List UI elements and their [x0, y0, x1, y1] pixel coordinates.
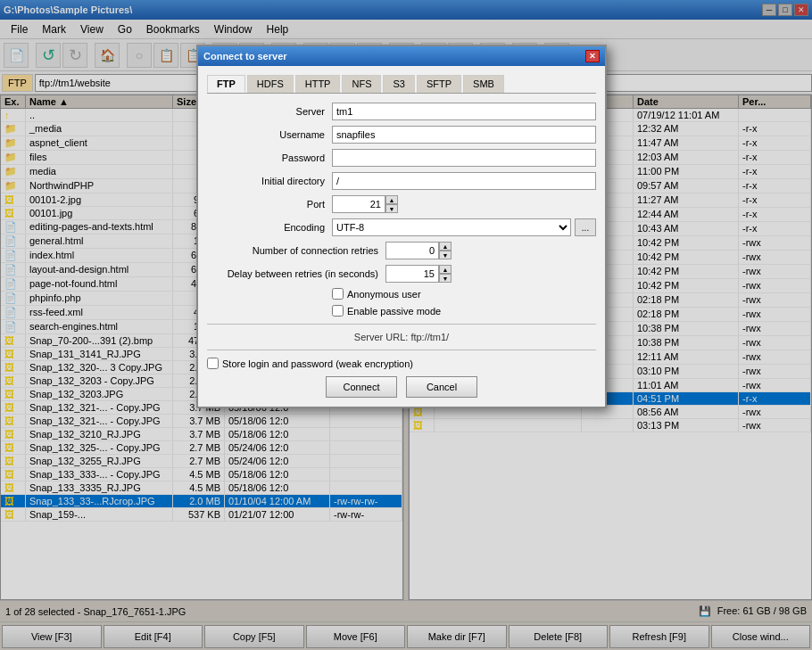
delay-input[interactable] [385, 265, 439, 283]
delay-spin-btns: ▲ ▼ [439, 265, 452, 283]
encoding-extra-btn[interactable]: ... [575, 218, 596, 236]
encoding-label: Encoding [207, 222, 332, 233]
dialog-tab-bar: FTPHDFSHTTPNFSS3SFTPSMB [207, 75, 596, 94]
delay-down-btn[interactable]: ▼ [439, 274, 452, 283]
server-input[interactable] [332, 103, 596, 120]
dialog-tab-smb[interactable]: SMB [463, 75, 504, 93]
retries-spinner: ▲ ▼ [385, 242, 452, 259]
dialog-tab-ftp[interactable]: FTP [207, 75, 245, 93]
anon-row: Anonymous user [332, 288, 596, 300]
retries-row: Number of connection retries ▲ ▼ [207, 242, 596, 259]
connect-button[interactable]: Connect [326, 376, 397, 398]
dialog-buttons: Connect Cancel [207, 376, 596, 398]
delay-up-btn[interactable]: ▲ [439, 265, 452, 274]
server-url: Server URL: ftp://tm1/ [207, 332, 596, 342]
initial-dir-row: Initial directory [207, 172, 596, 190]
password-row: Password [207, 149, 596, 167]
delay-row: Delay between retries (in seconds) ▲ ▼ [207, 265, 596, 283]
dialog-tab-http[interactable]: HTTP [295, 75, 341, 93]
delay-spinner: ▲ ▼ [385, 265, 452, 283]
initial-dir-input[interactable] [332, 172, 596, 190]
retries-input[interactable] [385, 242, 439, 259]
dialog-overlay: Connect to server ✕ FTPHDFSHTTPNFSS3SFTP… [0, 0, 812, 650]
port-up-btn[interactable]: ▲ [385, 195, 398, 204]
username-row: Username [207, 126, 596, 144]
connect-dialog: Connect to server ✕ FTPHDFSHTTPNFSS3SFTP… [196, 45, 607, 408]
dialog-tab-s3[interactable]: S3 [383, 75, 414, 93]
dialog-close-btn[interactable]: ✕ [585, 50, 600, 62]
password-input[interactable] [332, 149, 596, 167]
port-down-btn[interactable]: ▼ [385, 204, 398, 213]
dialog-tab-hdfs[interactable]: HDFS [247, 75, 294, 93]
encoding-row: Encoding UTF-8 ... [207, 218, 596, 236]
encoding-controls: UTF-8 ... [332, 218, 596, 236]
server-label: Server [207, 106, 332, 117]
port-label: Port [207, 199, 332, 210]
dialog-title: Connect to server ✕ [198, 46, 605, 66]
dialog-title-text: Connect to server [203, 51, 287, 62]
server-row: Server [207, 103, 596, 120]
port-input[interactable] [332, 195, 385, 213]
cancel-button[interactable]: Cancel [406, 376, 477, 398]
retries-down-btn[interactable]: ▼ [439, 251, 452, 259]
passive-row: Enable passive mode [332, 305, 596, 317]
encoding-select[interactable]: UTF-8 [332, 218, 571, 236]
dialog-body: FTPHDFSHTTPNFSS3SFTPSMB Server Username … [198, 66, 605, 407]
username-input[interactable] [332, 126, 596, 144]
username-label: Username [207, 129, 332, 140]
retries-spin-btns: ▲ ▼ [439, 242, 452, 259]
main-layout: G:\Photos\Sample Pictures\ ─ □ ✕ FileMar… [0, 0, 812, 650]
port-row: Port ▲ ▼ [207, 195, 596, 213]
anon-checkbox[interactable] [332, 288, 344, 300]
dialog-tab-nfs[interactable]: NFS [342, 75, 381, 93]
store-checkbox[interactable] [207, 358, 219, 369]
anon-label: Anonymous user [347, 289, 421, 300]
dialog-sep2 [207, 350, 596, 350]
store-label: Store login and password (weak encryptio… [222, 358, 413, 369]
initial-dir-label: Initial directory [207, 176, 332, 186]
retries-up-btn[interactable]: ▲ [439, 242, 452, 251]
passive-checkbox[interactable] [332, 305, 344, 317]
retries-label: Number of connection retries [207, 245, 385, 256]
password-label: Password [207, 152, 332, 163]
delay-label: Delay between retries (in seconds) [207, 268, 385, 279]
dialog-tab-sftp[interactable]: SFTP [417, 75, 461, 93]
passive-label: Enable passive mode [347, 306, 441, 317]
store-row: Store login and password (weak encryptio… [207, 358, 596, 369]
port-spin-btns: ▲ ▼ [385, 195, 398, 213]
port-spinner: ▲ ▼ [332, 195, 398, 213]
dialog-sep1 [207, 324, 596, 325]
